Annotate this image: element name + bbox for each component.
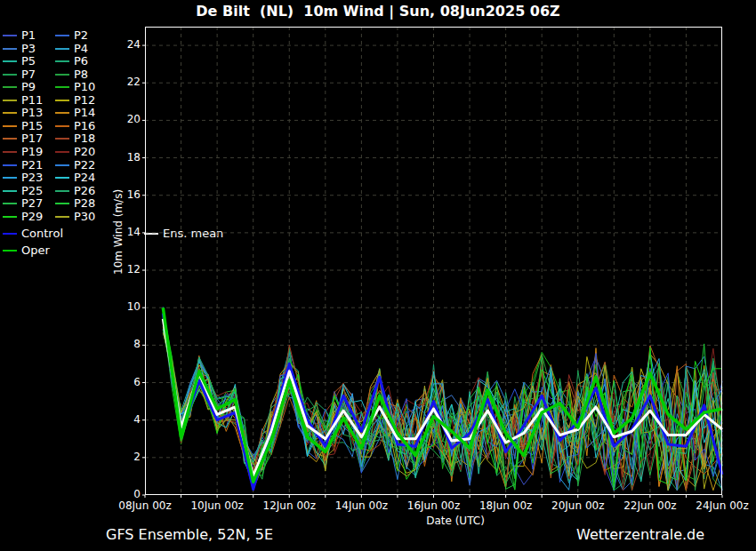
y-tick-label: 14: [110, 226, 141, 238]
x-tick-label: 24Jun 00z: [689, 499, 755, 512]
y-tick-label: 24: [110, 38, 141, 51]
x-tick-label: 22Jun 00z: [617, 499, 683, 512]
y-tick-label: 16: [110, 188, 141, 201]
x-axis-label: Date (UTC): [402, 515, 509, 527]
ensemble-chart-page: De Bilt (NL) 10m Wind | Sun, 08Jun2025 0…: [0, 0, 756, 551]
x-tick-label: 16Jun 00z: [401, 499, 467, 512]
y-tick-label: 10: [110, 300, 141, 313]
y-tick-label: 12: [110, 263, 141, 276]
y-tick-label: 2: [110, 451, 141, 463]
footer-site-label: Wetterzentrale.de: [576, 526, 704, 543]
x-tick-label: 20Jun 00z: [545, 499, 611, 512]
y-tick-label: 8: [110, 338, 141, 350]
x-tick-label: 10Jun 00z: [184, 499, 250, 512]
y-tick-label: 4: [110, 413, 141, 426]
y-tick-label: 18: [110, 151, 141, 164]
x-tick-label: 12Jun 00z: [256, 499, 322, 512]
y-tick-label: 20: [110, 113, 141, 125]
y-tick-label: 6: [110, 376, 141, 388]
y-tick-label: 22: [110, 76, 141, 88]
footer-model-label: GFS Ensemble, 52N, 5E: [106, 526, 273, 543]
x-tick-label: 08Jun 00z: [112, 499, 178, 512]
y-tick-label: 0: [110, 488, 141, 500]
x-tick-label: 18Jun 00z: [473, 499, 539, 512]
x-tick-label: 14Jun 00z: [328, 499, 394, 512]
